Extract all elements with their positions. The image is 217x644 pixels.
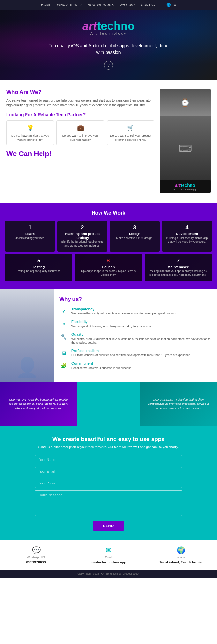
footer-location: 🌍 Location Tarut island, Saudi Arabia: [145, 540, 217, 570]
flexibility-icon: ✳: [59, 320, 68, 329]
step-2-desc: Identify the functional requirements and…: [60, 240, 105, 248]
steps-top: 1 Learn Understanding your idea. 2 Plann…: [5, 221, 212, 252]
commitment-title: Commitment: [71, 361, 132, 365]
brand-art: art: [175, 183, 181, 188]
email-icon: ✉: [76, 546, 141, 555]
vm-spacer: [77, 382, 140, 426]
email-value[interactable]: contactarttechno.app: [76, 560, 141, 564]
vision-text: OUR VISION: To be the benchmark for mobi…: [6, 398, 70, 411]
phone-input[interactable]: [35, 479, 182, 488]
step-7-desc: Making sure that your app is always work…: [147, 269, 209, 277]
nav-how-we-work[interactable]: HOW WE WORK: [87, 3, 114, 7]
transparency-title: Transparency: [71, 307, 177, 311]
nav-who-are-we[interactable]: WHO ARE WE?: [57, 3, 82, 7]
who-title: Who Are We?: [6, 89, 154, 96]
idea-icon: 💡: [9, 124, 51, 132]
step-6: 6 Launch Upload your app to the stores. …: [75, 254, 142, 281]
step-1-num: 1: [8, 225, 52, 231]
why-transparency: ✔ Transparency We believe that clarity w…: [59, 307, 212, 316]
step-6-desc: Upload your app to the stores. (Apple St…: [78, 269, 140, 277]
quality-title: Quality: [71, 333, 212, 336]
who-image: ⌚ ⌨ arttechno Art Technology: [160, 89, 211, 193]
step-5-name: Testing: [8, 265, 70, 269]
professionalism-desc: Our team consists of qualified and certi…: [71, 353, 191, 357]
nav-contact[interactable]: CONTACT: [141, 3, 157, 7]
hero-logo: arttechno Art Technology: [82, 19, 135, 35]
step-4-desc: Building a user-friendly mobile app that…: [165, 236, 209, 244]
card-idea: 💡 Do you have an idea that you want to b…: [6, 120, 54, 145]
card-business-text: Do you want to improve your business tas…: [62, 134, 99, 141]
transparency-desc: We believe that clarity with clients is …: [71, 311, 177, 316]
hero-tagline: Top quality iOS and Android mobile apps …: [48, 42, 169, 56]
nav-why-us[interactable]: WHY US?: [120, 3, 135, 7]
contact-form: [35, 455, 182, 516]
why-commitment: 🧩 Commitment Because we know your succes…: [59, 361, 212, 370]
hero-scroll-down[interactable]: ∨: [104, 61, 113, 70]
why-professionalism: ⊞ Professionalism Our team consists of q…: [59, 349, 212, 358]
location-icon: 🌍: [148, 546, 214, 555]
step-2-name: Planning and project strategy: [60, 232, 105, 240]
who-description: A creative team united by passion, we he…: [6, 98, 154, 108]
email-input[interactable]: [35, 467, 182, 476]
why-section: 👤 Why us? ✔ Transparency We believe that…: [0, 289, 217, 382]
flexibility-desc: We are good at listening and always resp…: [71, 324, 152, 328]
feature-cards: 💡 Do you have an idea that you want to b…: [6, 120, 154, 145]
step-1: 1 Learn Understanding your idea.: [5, 221, 55, 252]
step-5-desc: Testing the app for quality assurance.: [8, 269, 70, 273]
step-2-num: 2: [60, 225, 105, 231]
looking-title: Looking For A Reliable Tech Partner?: [6, 112, 154, 117]
step-3-num: 3: [112, 225, 157, 231]
transparency-icon: ✔: [59, 307, 68, 316]
why-image: 👤: [0, 289, 54, 382]
logo-techno: techno: [97, 19, 135, 32]
keyboard-image: ⌨: [160, 116, 211, 180]
step-4: 4 Development Building a user-friendly m…: [162, 221, 212, 252]
vision-card: OUR VISION: To be the benchmark for mobi…: [0, 382, 77, 426]
copyright-bar: COPYRIGHT 2022 - ArtTechno ENT C.R.: 000…: [0, 570, 217, 578]
why-commitment-text: Commitment Because we know your success …: [71, 361, 132, 370]
whatsapp-label: WhatsApp US: [3, 556, 69, 559]
brand-techno: techno: [181, 183, 195, 188]
step-3: 3 Design Make a creative UI/UX design.: [110, 221, 160, 252]
logo-art: art: [82, 19, 97, 32]
why-title: Why us?: [59, 296, 212, 303]
step-6-num: 6: [78, 258, 140, 264]
card-business: 💼 Do you want to improve your business t…: [56, 120, 104, 145]
nav-menu-icon[interactable]: ≡: [174, 3, 176, 7]
why-flexibility: ✳ Flexibility We are good at listening a…: [59, 320, 212, 329]
quality-icon: 🔧: [59, 333, 68, 341]
send-button[interactable]: SEND: [93, 521, 124, 531]
flexibility-title: Flexibility: [71, 320, 152, 324]
location-label: Location: [148, 556, 214, 559]
name-input[interactable]: [35, 455, 182, 464]
why-content: Why us? ✔ Transparency We believe that c…: [54, 289, 217, 382]
quality-desc: We control product quality at all levels…: [71, 337, 212, 345]
email-label: Email: [76, 556, 141, 559]
nav-home[interactable]: HOME: [41, 3, 51, 7]
step-5: 5 Testing Testing the app for quality as…: [5, 254, 72, 281]
location-value: Tarut island, Saudi Arabia: [148, 560, 214, 564]
card-idea-text: Do you have an idea that you want to bri…: [11, 134, 49, 141]
why-professionalism-text: Professionalism Our team consists of qua…: [71, 349, 191, 357]
nav-globe-icon[interactable]: 🌐: [166, 3, 171, 7]
commitment-icon: 🧩: [59, 361, 68, 370]
why-transparency-text: Transparency We believe that clarity wit…: [71, 307, 177, 316]
footer-email: ✉ Email contactarttechno.app: [72, 540, 145, 570]
step-1-name: Learn: [8, 232, 52, 236]
step-2: 2 Planning and project strategy Identify…: [57, 221, 107, 252]
why-quality-text: Quality We control product quality at al…: [71, 333, 212, 345]
step-4-num: 4: [165, 225, 209, 231]
mission-card: OUR MISSION: To develop lasting client r…: [140, 382, 217, 426]
whatsapp-value[interactable]: 0551370839: [3, 560, 69, 564]
step-7-name: Maintenance: [147, 265, 209, 269]
how-title: How We Work: [5, 210, 212, 216]
whatsapp-icon: 💬: [3, 546, 69, 555]
commitment-desc: Because we know your success is our succ…: [71, 366, 132, 370]
vision-mission-section: OUR VISION: To be the benchmark for mobi…: [0, 382, 217, 426]
professionalism-title: Professionalism: [71, 349, 191, 353]
card-sell-text: Do you want to sell your product or offe…: [110, 134, 151, 141]
message-input[interactable]: [35, 490, 182, 516]
professionalism-icon: ⊞: [59, 349, 68, 358]
who-section: Who Are We? A creative team united by pa…: [0, 80, 217, 203]
who-brand-overlay: arttechno Art Technology: [160, 180, 211, 193]
